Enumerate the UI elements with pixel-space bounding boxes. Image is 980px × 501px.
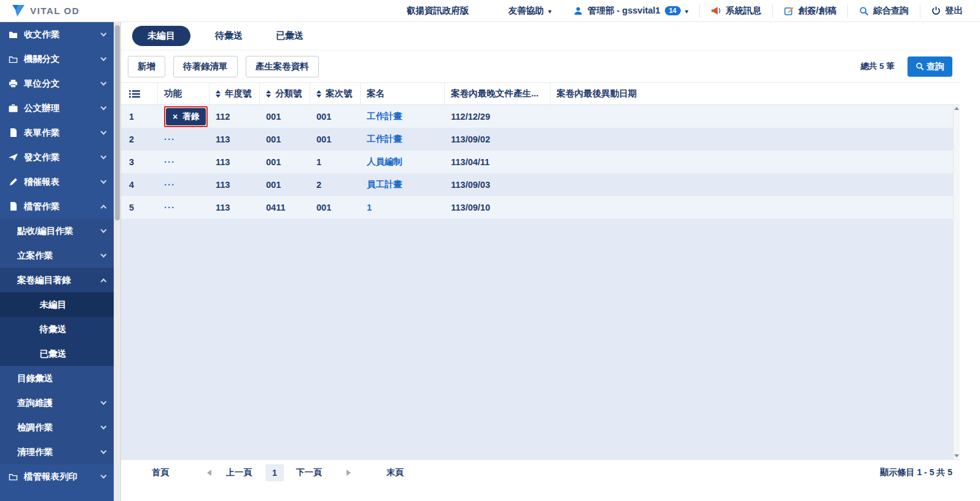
pending-record-list-button[interactable]: 待著錄清單: [173, 56, 238, 77]
sidebar-item-query-maintenance[interactable]: 查詢維護: [0, 390, 114, 415]
scroll-down-arrow-icon[interactable]: [954, 454, 959, 457]
case-name-link[interactable]: 工作計畫: [361, 111, 445, 122]
sidebar-item-send-docs[interactable]: 發文作業: [0, 145, 114, 169]
prev-page-button[interactable]: 上一頁: [226, 467, 252, 478]
generate-case-data-button[interactable]: 產生案卷資料: [246, 56, 319, 77]
row-number: 1: [121, 112, 158, 122]
brand: VITAL OD: [6, 4, 135, 18]
more-actions-button[interactable]: ···: [164, 202, 175, 212]
case-name-link[interactable]: 人員編制: [361, 156, 445, 168]
system-message-label: 系統訊息: [726, 5, 761, 17]
sidebar-item-retrieval[interactable]: 檢調作業: [0, 415, 114, 440]
year-cell: 113: [210, 157, 260, 167]
sidebar-item-case-cataloging[interactable]: 案卷編目著錄: [0, 268, 114, 292]
catalog-record-label: 著錄: [182, 111, 199, 122]
sidebar-scrollbar-thumb[interactable]: [115, 25, 120, 220]
tab-uncataloged[interactable]: 未編目: [132, 26, 190, 46]
sort-icon[interactable]: [316, 90, 321, 98]
prev-arrow-icon[interactable]: [207, 470, 211, 476]
pen-icon: [8, 177, 18, 186]
class-cell: 0411: [260, 203, 310, 212]
case-name-link[interactable]: 工作計畫: [361, 133, 445, 145]
catalog-record-button[interactable]: × 著錄: [166, 108, 206, 125]
global-search-button[interactable]: 綜合查詢: [848, 0, 920, 22]
sidebar-item-forms[interactable]: 表單作業: [0, 120, 114, 145]
system-message-button[interactable]: 系統訊息: [700, 0, 772, 22]
table-row: 3 ··· 113 001 1 人員編制 113/04/11: [121, 150, 960, 173]
pagination-summary: 顯示條目 1 - 5 共 5: [880, 467, 952, 478]
logout-button[interactable]: 登出: [920, 0, 974, 22]
user-menu[interactable]: 管理部 - gssvital1 14 ▾: [562, 0, 699, 22]
current-page-indicator[interactable]: 1: [265, 464, 284, 481]
case-name-link[interactable]: 1: [361, 203, 445, 212]
search-button[interactable]: 查詢: [907, 56, 952, 77]
search-icon: [859, 6, 869, 16]
next-page-button[interactable]: 下一頁: [296, 467, 322, 478]
column-header-year[interactable]: 年度號: [210, 83, 260, 104]
sidebar-item-unit-dispatch[interactable]: 單位分文: [0, 71, 114, 96]
more-actions-button[interactable]: ···: [164, 157, 175, 167]
sidebar-item-doc-processing[interactable]: 公文辦理: [0, 96, 114, 120]
add-button[interactable]: 新增: [128, 56, 165, 77]
chevron-down-icon: [101, 128, 107, 134]
column-label: 案卷內最後異動日期: [557, 88, 637, 99]
sidebar-item-label: 發文作業: [24, 152, 96, 163]
tab-pending-submit[interactable]: 待彙送: [206, 26, 251, 46]
search-button-label: 查詢: [927, 61, 944, 72]
column-header-function: 功能: [158, 83, 210, 104]
edition-label: 叡揚資訊政府版: [407, 5, 469, 17]
help-menu[interactable]: 友善協助 ▾: [497, 0, 562, 22]
sidebar-item-submitted[interactable]: 已彙送: [0, 341, 114, 366]
more-actions-button[interactable]: ···: [164, 179, 175, 190]
sidebar-item-archive-report-print[interactable]: 檔管報表列印: [0, 464, 114, 489]
search-icon: [915, 62, 924, 71]
sidebar-item-archive-management[interactable]: 檔管作業: [0, 194, 114, 219]
tab-submitted[interactable]: 已彙送: [267, 26, 312, 46]
folder-icon: [8, 473, 18, 481]
column-header-class[interactable]: 分類號: [260, 83, 310, 104]
function-cell: ···: [158, 179, 210, 190]
sidebar-scrollbar[interactable]: [114, 22, 121, 501]
more-actions-button[interactable]: ···: [164, 134, 175, 144]
tab-bar: 未編目 待彙送 已彙送: [121, 22, 960, 50]
sidebar-item-label: 未編目: [39, 299, 66, 311]
sidebar-item-receive-docs[interactable]: 收文作業: [0, 22, 114, 47]
app-body: 收文作業 機關分文 單位分文 公文辦理 表單作業: [0, 22, 980, 501]
sidebar-item-pending-submit[interactable]: 待彙送: [0, 317, 114, 341]
row-number: 2: [121, 134, 158, 144]
create-draft-button[interactable]: 創簽/創稿: [773, 0, 847, 22]
sidebar-item-checkin-cataloging[interactable]: 點收/編目作業: [0, 219, 114, 243]
top-header: VITAL OD 叡揚資訊政府版 友善協助 ▾ 管理部 - gssvital1 …: [0, 0, 980, 22]
latest-doc-cell: 113/09/02: [445, 134, 551, 144]
sidebar-item-label: 立案作業: [17, 250, 96, 262]
sidebar-item-org-dispatch[interactable]: 機關分文: [0, 47, 114, 71]
sort-icon[interactable]: [266, 90, 271, 98]
close-icon: ×: [173, 112, 178, 121]
sidebar-item-uncataloged[interactable]: 未編目: [0, 292, 114, 317]
table-scrollbar[interactable]: [953, 105, 960, 459]
scroll-up-arrow-icon[interactable]: [954, 107, 959, 110]
file-icon: [8, 202, 18, 211]
briefcase-icon: [8, 104, 18, 112]
sort-icon[interactable]: [216, 90, 221, 98]
notification-badge: 14: [665, 6, 681, 15]
sidebar-item-catalog-submit[interactable]: 目錄彙送: [0, 366, 114, 390]
first-page-button[interactable]: 首頁: [152, 467, 169, 478]
next-arrow-icon[interactable]: [347, 470, 351, 476]
table-row: 4 ··· 113 001 2 員工計畫 113/09/03: [121, 173, 960, 196]
printer-icon: [8, 79, 18, 88]
column-label: 分類號: [275, 88, 302, 99]
chevron-down-icon: [101, 448, 107, 454]
chevron-down-icon: [101, 227, 107, 233]
column-header-case[interactable]: 案次號: [310, 83, 361, 104]
latest-doc-cell: 113/09/03: [445, 180, 551, 190]
sidebar-item-cleanup[interactable]: 清理作業: [0, 440, 114, 464]
sidebar-item-case-filing[interactable]: 立案作業: [0, 243, 114, 268]
table-body: 1 × 著錄 112 001 001 工作計畫 112/12/29: [121, 105, 960, 459]
column-header-name: 案名: [361, 83, 445, 104]
table-header: 功能 年度號 分類號 案次號 案名 案卷內最晚文件產生... 案卷內最後異動日期: [121, 82, 960, 105]
sidebar-item-audit-reports[interactable]: 稽催報表: [0, 169, 114, 194]
case-name-link[interactable]: 員工計畫: [361, 179, 445, 190]
chevron-down-icon: [101, 104, 107, 110]
last-page-button[interactable]: 末頁: [386, 467, 404, 478]
